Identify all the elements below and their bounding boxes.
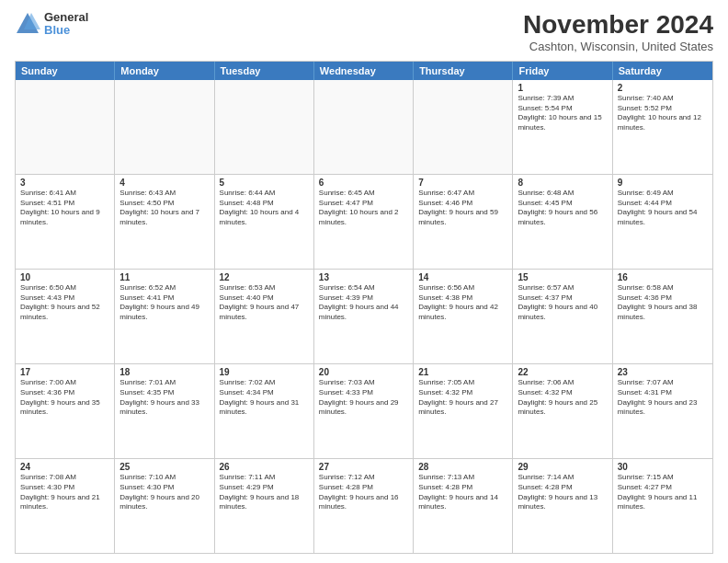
day-info: Sunrise: 6:57 AMSunset: 4:37 PMDaylight:…: [518, 283, 607, 323]
calendar-cell: 18Sunrise: 7:01 AMSunset: 4:35 PMDayligh…: [115, 364, 214, 458]
day-info: Sunrise: 6:50 AMSunset: 4:43 PMDaylight:…: [20, 283, 109, 323]
header-cell-wednesday: Wednesday: [314, 62, 414, 80]
day-number: 6: [319, 178, 408, 188]
day-info: Sunrise: 7:01 AMSunset: 4:35 PMDaylight:…: [119, 378, 209, 418]
calendar-cell: 25Sunrise: 7:10 AMSunset: 4:30 PMDayligh…: [115, 459, 214, 553]
day-number: 13: [319, 272, 408, 282]
day-number: 10: [20, 272, 109, 282]
day-info: Sunrise: 7:02 AMSunset: 4:34 PMDaylight:…: [220, 378, 309, 418]
day-number: 15: [518, 272, 607, 282]
calendar-cell: 3Sunrise: 6:41 AMSunset: 4:51 PMDaylight…: [16, 175, 115, 269]
day-number: 11: [119, 272, 209, 282]
calendar-cell: 29Sunrise: 7:14 AMSunset: 4:28 PMDayligh…: [513, 459, 612, 553]
calendar-cell: 9Sunrise: 6:49 AMSunset: 4:44 PMDaylight…: [613, 175, 712, 269]
header-cell-saturday: Saturday: [613, 62, 712, 80]
day-info: Sunrise: 6:49 AMSunset: 4:44 PMDaylight:…: [618, 189, 708, 228]
calendar-cell: 27Sunrise: 7:12 AMSunset: 4:28 PMDayligh…: [314, 459, 414, 553]
calendar-row-3: 10Sunrise: 6:50 AMSunset: 4:43 PMDayligh…: [16, 269, 712, 363]
calendar-cell: 2Sunrise: 7:40 AMSunset: 5:52 PMDaylight…: [613, 80, 712, 174]
day-info: Sunrise: 7:00 AMSunset: 4:36 PMDaylight:…: [20, 378, 109, 418]
calendar-cell: 13Sunrise: 6:54 AMSunset: 4:39 PMDayligh…: [314, 270, 414, 363]
day-info: Sunrise: 7:08 AMSunset: 4:30 PMDaylight:…: [20, 473, 109, 512]
day-number: 28: [418, 462, 507, 472]
calendar-cell: 17Sunrise: 7:00 AMSunset: 4:36 PMDayligh…: [16, 364, 115, 458]
logo-text: General Blue: [44, 11, 88, 38]
day-info: Sunrise: 7:13 AMSunset: 4:28 PMDaylight:…: [418, 473, 507, 512]
day-number: 3: [20, 178, 109, 188]
day-info: Sunrise: 7:40 AMSunset: 5:52 PMDaylight:…: [618, 94, 708, 133]
calendar: SundayMondayTuesdayWednesdayThursdayFrid…: [15, 61, 713, 554]
calendar-cell: 23Sunrise: 7:07 AMSunset: 4:31 PMDayligh…: [613, 364, 712, 458]
day-info: Sunrise: 7:06 AMSunset: 4:32 PMDaylight:…: [518, 378, 607, 418]
day-number: 12: [220, 272, 309, 282]
calendar-row-1: 1Sunrise: 7:39 AMSunset: 5:54 PMDaylight…: [16, 80, 712, 174]
calendar-cell: [414, 80, 513, 174]
day-info: Sunrise: 6:43 AMSunset: 4:50 PMDaylight:…: [119, 189, 209, 228]
logo-blue-text: Blue: [44, 24, 88, 37]
day-info: Sunrise: 6:58 AMSunset: 4:36 PMDaylight:…: [618, 283, 708, 323]
day-number: 29: [518, 462, 607, 472]
day-info: Sunrise: 7:15 AMSunset: 4:27 PMDaylight:…: [618, 473, 708, 512]
day-info: Sunrise: 7:10 AMSunset: 4:30 PMDaylight:…: [119, 473, 209, 512]
day-number: 17: [20, 367, 109, 377]
logo-general-text: General: [44, 11, 88, 24]
day-number: 8: [518, 178, 607, 188]
logo: General Blue: [15, 11, 88, 38]
day-number: 30: [618, 462, 708, 472]
header-cell-thursday: Thursday: [414, 62, 513, 80]
calendar-cell: 21Sunrise: 7:05 AMSunset: 4:32 PMDayligh…: [414, 364, 513, 458]
calendar-cell: 7Sunrise: 6:47 AMSunset: 4:46 PMDaylight…: [414, 175, 513, 269]
day-info: Sunrise: 6:54 AMSunset: 4:39 PMDaylight:…: [319, 283, 408, 323]
calendar-cell: 15Sunrise: 6:57 AMSunset: 4:37 PMDayligh…: [513, 270, 612, 363]
calendar-cell: 5Sunrise: 6:44 AMSunset: 4:48 PMDaylight…: [215, 175, 314, 269]
calendar-cell: 22Sunrise: 7:06 AMSunset: 4:32 PMDayligh…: [513, 364, 612, 458]
calendar-cell: [314, 80, 414, 174]
day-number: 14: [418, 272, 507, 282]
header-cell-sunday: Sunday: [16, 62, 115, 80]
calendar-cell: 6Sunrise: 6:45 AMSunset: 4:47 PMDaylight…: [314, 175, 414, 269]
day-info: Sunrise: 6:53 AMSunset: 4:40 PMDaylight:…: [220, 283, 309, 323]
day-info: Sunrise: 7:12 AMSunset: 4:28 PMDaylight:…: [319, 473, 408, 512]
title-block: November 2024 Cashton, Wisconsin, United…: [523, 11, 713, 53]
day-info: Sunrise: 6:45 AMSunset: 4:47 PMDaylight:…: [319, 189, 408, 228]
day-number: 23: [618, 367, 708, 377]
calendar-header: SundayMondayTuesdayWednesdayThursdayFrid…: [16, 62, 712, 80]
calendar-row-4: 17Sunrise: 7:00 AMSunset: 4:36 PMDayligh…: [16, 363, 712, 458]
day-number: 24: [20, 462, 109, 472]
calendar-cell: 14Sunrise: 6:56 AMSunset: 4:38 PMDayligh…: [414, 270, 513, 363]
calendar-cell: 24Sunrise: 7:08 AMSunset: 4:30 PMDayligh…: [16, 459, 115, 553]
calendar-row-2: 3Sunrise: 6:41 AMSunset: 4:51 PMDaylight…: [16, 174, 712, 269]
day-info: Sunrise: 7:11 AMSunset: 4:29 PMDaylight:…: [220, 473, 309, 512]
day-number: 4: [119, 178, 209, 188]
calendar-cell: 28Sunrise: 7:13 AMSunset: 4:28 PMDayligh…: [414, 459, 513, 553]
calendar-cell: 8Sunrise: 6:48 AMSunset: 4:45 PMDaylight…: [513, 175, 612, 269]
day-number: 19: [220, 367, 309, 377]
calendar-cell: 12Sunrise: 6:53 AMSunset: 4:40 PMDayligh…: [215, 270, 314, 363]
calendar-body: 1Sunrise: 7:39 AMSunset: 5:54 PMDaylight…: [16, 80, 712, 553]
calendar-cell: 4Sunrise: 6:43 AMSunset: 4:50 PMDaylight…: [115, 175, 214, 269]
page: General Blue November 2024 Cashton, Wisc…: [0, 0, 728, 563]
day-number: 22: [518, 367, 607, 377]
day-number: 9: [618, 178, 708, 188]
day-number: 7: [418, 178, 507, 188]
day-info: Sunrise: 6:44 AMSunset: 4:48 PMDaylight:…: [220, 189, 309, 228]
day-number: 21: [418, 367, 507, 377]
day-number: 2: [618, 83, 708, 93]
day-info: Sunrise: 7:07 AMSunset: 4:31 PMDaylight:…: [618, 378, 708, 418]
day-number: 27: [319, 462, 408, 472]
day-info: Sunrise: 6:52 AMSunset: 4:41 PMDaylight:…: [119, 283, 209, 323]
day-number: 20: [319, 367, 408, 377]
day-info: Sunrise: 7:14 AMSunset: 4:28 PMDaylight:…: [518, 473, 607, 512]
calendar-cell: 16Sunrise: 6:58 AMSunset: 4:36 PMDayligh…: [613, 270, 712, 363]
calendar-cell: 19Sunrise: 7:02 AMSunset: 4:34 PMDayligh…: [215, 364, 314, 458]
day-info: Sunrise: 6:48 AMSunset: 4:45 PMDaylight:…: [518, 189, 607, 228]
calendar-cell: [115, 80, 214, 174]
calendar-cell: 11Sunrise: 6:52 AMSunset: 4:41 PMDayligh…: [115, 270, 214, 363]
day-number: 26: [220, 462, 309, 472]
month-title: November 2024: [523, 11, 713, 40]
day-info: Sunrise: 7:03 AMSunset: 4:33 PMDaylight:…: [319, 378, 408, 418]
header: General Blue November 2024 Cashton, Wisc…: [15, 11, 713, 53]
header-cell-friday: Friday: [513, 62, 612, 80]
calendar-cell: [16, 80, 115, 174]
day-info: Sunrise: 7:39 AMSunset: 5:54 PMDaylight:…: [518, 94, 607, 133]
